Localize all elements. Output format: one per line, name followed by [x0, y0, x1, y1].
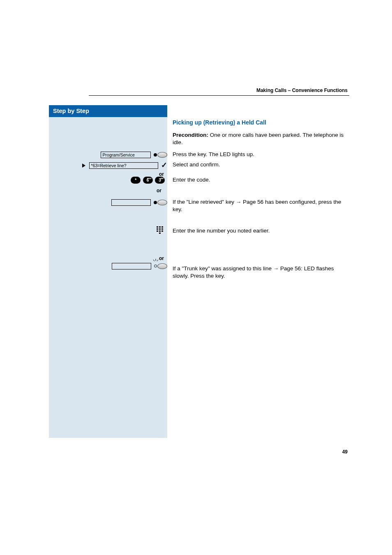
oval-key-icon-3 [157, 263, 167, 269]
precondition-label: Precondition: [173, 132, 208, 138]
blank-display-1 [111, 199, 151, 206]
program-service-display: Program/Service [101, 152, 151, 158]
program-service-text: Press the key. The LED lights up. [173, 151, 345, 158]
svg-rect-9 [159, 233, 161, 234]
retrieve-line-left: *63=Retrieve line? ✓ or [49, 161, 167, 177]
or-label-3: or [49, 256, 167, 262]
svg-rect-8 [161, 230, 163, 232]
key-6[interactable]: 6mno [143, 177, 153, 184]
svg-rect-0 [157, 226, 158, 228]
retrieve-line-display: *63=Retrieve line? [89, 162, 158, 169]
svg-rect-2 [161, 226, 163, 228]
svg-rect-3 [157, 228, 158, 230]
code-keys-left: * 6mno 3def or [49, 176, 167, 193]
keypad-icon[interactable] [157, 226, 164, 235]
key-3[interactable]: 3def [155, 177, 165, 184]
checkmark-icon: ✓ [161, 161, 167, 170]
blank-display-2 [112, 263, 151, 269]
header-section-label: Making Calls – Convenience Functions [256, 88, 348, 93]
line-retrieved-left [49, 198, 167, 206]
oval-key-icon [157, 152, 167, 158]
key-6-sup: mno [147, 177, 152, 180]
key-star-label: * [135, 178, 136, 182]
led-flash-icon [153, 259, 159, 265]
led-flash-dot-icon [154, 265, 157, 267]
page-number: 49 [342, 449, 348, 455]
svg-rect-7 [159, 230, 161, 232]
main-content: Picking up (Retrieving) a Held Call Prec… [173, 119, 345, 151]
enter-line-text: Enter the line number you noted earlier. [173, 227, 345, 235]
keypad-left [49, 226, 167, 235]
arrow-icon-1: → [236, 199, 242, 205]
led-on-icon-2 [154, 201, 157, 204]
arrow-icon-2: → [273, 265, 279, 272]
svg-rect-5 [161, 228, 163, 230]
svg-line-12 [157, 260, 158, 261]
line-retrieved-key[interactable] [154, 200, 167, 205]
precondition-text: Precondition: One or more calls have bee… [173, 131, 345, 146]
svg-rect-1 [159, 226, 161, 228]
svg-line-11 [153, 260, 154, 261]
program-service-key[interactable] [154, 152, 167, 158]
triangle-bullet-icon [82, 164, 85, 168]
code-text: Enter the code. [173, 176, 345, 184]
svg-rect-6 [157, 230, 158, 232]
oval-key-icon-2 [157, 200, 167, 205]
led-on-icon [154, 153, 157, 157]
sidebar-title: Step by Step [49, 105, 167, 117]
trunk-key-left: or [49, 256, 167, 269]
trunk-key[interactable] [154, 263, 167, 269]
section-heading: Picking up (Retrieving) a Held Call [173, 119, 345, 126]
line-retrieved-text: If the "Line retrieved" key → Page 56 ha… [173, 198, 345, 213]
line-retrieved-text-a: If the "Line retrieved" key [173, 199, 236, 205]
retrieve-line-text: Select and confirm. [173, 161, 345, 168]
trunk-key-text: If a "Trunk key" was assigned to this li… [173, 265, 345, 280]
key-3-sup: def [161, 177, 164, 180]
program-service-left: Program/Service [49, 151, 167, 158]
header-rule [89, 95, 349, 96]
trunk-key-text-a: If a "Trunk key" was assigned to this li… [173, 265, 273, 272]
svg-rect-4 [159, 228, 161, 230]
key-star[interactable]: * [131, 177, 141, 184]
or-label-2: or [49, 184, 165, 193]
